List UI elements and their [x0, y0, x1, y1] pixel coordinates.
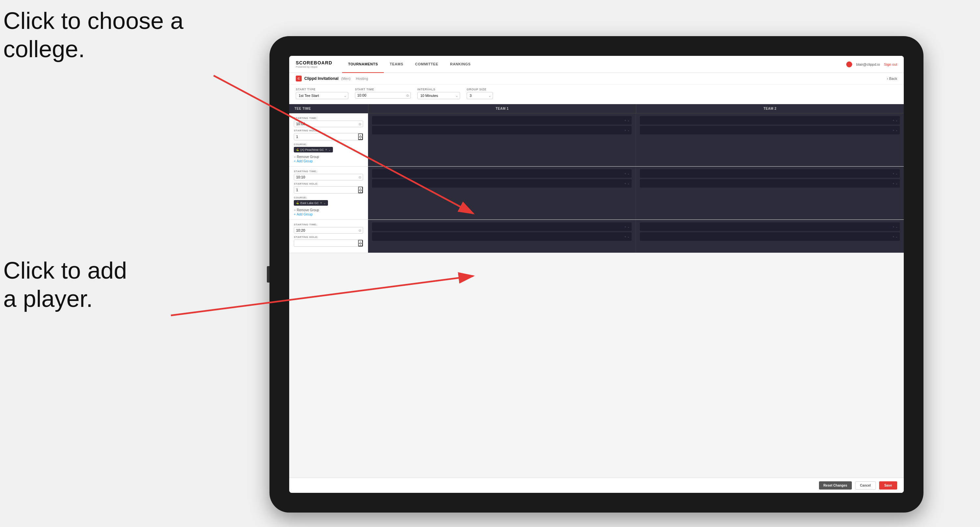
intervals-select-wrapper[interactable]: 10 Minutes	[417, 92, 460, 99]
course-edit-row2[interactable]: ⌄	[323, 202, 326, 205]
hole-input-row2[interactable]	[294, 187, 358, 193]
slot-chevron-icon[interactable]: ⌄	[896, 119, 898, 122]
team2-col-row1: × ⌄ × ⌄	[636, 113, 904, 166]
slot-x-icon[interactable]: ×	[624, 172, 626, 175]
starting-hole-label-row1: STARTING HOLE:	[294, 129, 363, 132]
nav-item-rankings[interactable]: RANKINGS	[444, 56, 477, 73]
player-slot-t2r1-1[interactable]: × ⌄	[640, 116, 900, 124]
slot-icons: × ⌄	[892, 172, 898, 175]
slot-x-icon[interactable]: ×	[624, 129, 626, 132]
annotation-bottom: Click to adda player.	[3, 256, 127, 313]
slot-chevron-icon[interactable]: ⌄	[627, 182, 630, 185]
slot-chevron-icon[interactable]: ⌄	[896, 182, 898, 185]
clock-icon-row1: ⊙	[357, 122, 363, 126]
time-input-row3[interactable]	[294, 227, 357, 233]
slot-chevron-icon[interactable]: ⌄	[627, 225, 630, 229]
remove-group-link-row2[interactable]: ○ Remove Group	[294, 208, 363, 212]
starting-time-label-row2: STARTING TIME:	[294, 170, 363, 173]
add-group-link-row2[interactable]: + Add Group	[294, 213, 363, 216]
course-remove-row2[interactable]: ×	[320, 201, 322, 205]
group-size-select-wrapper[interactable]: 3	[467, 92, 493, 99]
hole-input-row1[interactable]	[294, 134, 358, 140]
player-slot-t1r2-1[interactable]: × ⌄	[372, 169, 632, 178]
cancel-button[interactable]: Cancel	[855, 481, 876, 489]
time-input-row2[interactable]	[294, 174, 357, 180]
slot-x-icon[interactable]: ×	[624, 225, 626, 229]
slot-x-icon[interactable]: ×	[624, 235, 626, 238]
time-input-wrapper-row2: ⊙	[294, 174, 363, 180]
course-remove-row1[interactable]: ×	[325, 148, 327, 151]
slot-icons: × ⌄	[624, 172, 630, 175]
tablet-screen: SCOREBOARD Powered by clippd TOURNAMENTS…	[289, 56, 904, 493]
slot-x-icon[interactable]: ×	[624, 182, 626, 185]
logo-title: SCOREBOARD	[296, 60, 332, 65]
player-slot-t1r1-1[interactable]: × ⌄	[372, 116, 632, 124]
slot-chevron-icon[interactable]: ⌄	[896, 129, 898, 132]
reset-changes-button[interactable]: Reset Changes	[819, 481, 852, 489]
add-group-icon-row1: +	[294, 159, 296, 163]
slot-icons: × ⌄	[624, 225, 630, 229]
start-type-select-wrapper[interactable]: 1st Tee Start	[296, 92, 348, 99]
remove-group-link-row1[interactable]: ○ Remove Group	[294, 155, 363, 159]
save-button[interactable]: Save	[879, 481, 897, 489]
slot-chevron-icon[interactable]: ⌄	[896, 172, 898, 175]
slot-x-icon[interactable]: ×	[892, 119, 894, 122]
slot-chevron-icon[interactable]: ⌄	[627, 119, 630, 122]
tournament-gender: (Men)	[341, 76, 351, 81]
table-row: STARTING TIME: ⊙ STARTING HOLE: ▲ ▼ COUR…	[289, 167, 904, 220]
team1-col-row2: × ⌄ × ⌄	[368, 167, 636, 219]
course-name-row2: East Lake GC	[301, 202, 319, 205]
group-size-select[interactable]: 3	[467, 92, 493, 99]
player-slot-t1r3-1[interactable]: × ⌄	[372, 222, 632, 231]
hole-down-row3[interactable]: ▼	[358, 243, 363, 246]
nav-item-committee[interactable]: COMMITTEE	[409, 56, 444, 73]
form-row: Start Type 1st Tee Start Start Time ⊙ In…	[289, 84, 904, 104]
course-icon-row1: ⛳	[296, 148, 299, 151]
slot-x-icon[interactable]: ×	[892, 225, 894, 229]
player-slot-t2r2-1[interactable]: × ⌄	[640, 169, 900, 178]
hole-up-row2[interactable]: ▲	[358, 187, 363, 190]
slot-x-icon[interactable]: ×	[892, 172, 894, 175]
left-panel-row3: STARTING TIME: ⊙ STARTING HOLE: ▲ ▼	[289, 220, 368, 252]
hole-down-row2[interactable]: ▼	[358, 190, 363, 193]
player-slot-t2r3-1[interactable]: × ⌄	[640, 222, 900, 231]
slot-icons: × ⌄	[624, 235, 630, 238]
time-input-row1[interactable]	[294, 121, 357, 127]
course-tag-row2[interactable]: ⛳ East Lake GC × ⌄	[294, 200, 328, 206]
hole-up-row1[interactable]: ▲	[358, 133, 363, 137]
intervals-select[interactable]: 10 Minutes	[417, 92, 460, 99]
start-time-input[interactable]	[355, 92, 404, 98]
slot-chevron-icon[interactable]: ⌄	[896, 235, 898, 238]
slot-chevron-icon[interactable]: ⌄	[627, 129, 630, 132]
table-header: Tee Time Team 1 Team 2	[289, 104, 904, 113]
slot-x-icon[interactable]: ×	[892, 235, 894, 238]
slot-chevron-icon[interactable]: ⌄	[627, 235, 630, 238]
tablet-frame: SCOREBOARD Powered by clippd TOURNAMENTS…	[269, 36, 923, 513]
player-slot-t2r3-2[interactable]: × ⌄	[640, 232, 900, 241]
th-team1: Team 1	[368, 104, 636, 113]
player-slot-t1r1-2[interactable]: × ⌄	[372, 126, 632, 134]
start-type-select[interactable]: 1st Tee Start	[296, 92, 348, 99]
nav-item-tournaments[interactable]: TOURNAMENTS	[342, 56, 384, 73]
course-label-row2: COURSE:	[294, 196, 363, 199]
hole-up-row3[interactable]: ▲	[358, 240, 363, 243]
player-slot-t2r2-2[interactable]: × ⌄	[640, 179, 900, 187]
course-edit-row1[interactable]: ⌄	[328, 148, 331, 151]
hole-input-row3[interactable]	[294, 240, 358, 246]
sign-out-link[interactable]: Sign out	[884, 62, 897, 67]
player-slot-t2r1-2[interactable]: × ⌄	[640, 126, 900, 134]
hole-down-row1[interactable]: ▼	[358, 137, 363, 140]
slot-x-icon[interactable]: ×	[892, 182, 894, 185]
course-tag-row1[interactable]: ⛳ (A) Peachtree GC × ⌄	[294, 147, 333, 152]
slot-chevron-icon[interactable]: ⌄	[627, 172, 630, 175]
nav-item-teams[interactable]: TEAMS	[384, 56, 409, 73]
back-button[interactable]: ‹ Back	[887, 76, 897, 81]
user-avatar-dot	[846, 62, 852, 67]
slot-x-icon[interactable]: ×	[892, 129, 894, 132]
add-group-link-row1[interactable]: + Add Group	[294, 159, 363, 163]
player-slot-t1r2-2[interactable]: × ⌄	[372, 179, 632, 187]
slot-chevron-icon[interactable]: ⌄	[896, 225, 898, 229]
player-slot-t1r3-2[interactable]: × ⌄	[372, 232, 632, 241]
hole-input-wrapper-row3: ▲ ▼	[294, 240, 363, 247]
slot-x-icon[interactable]: ×	[624, 119, 626, 122]
